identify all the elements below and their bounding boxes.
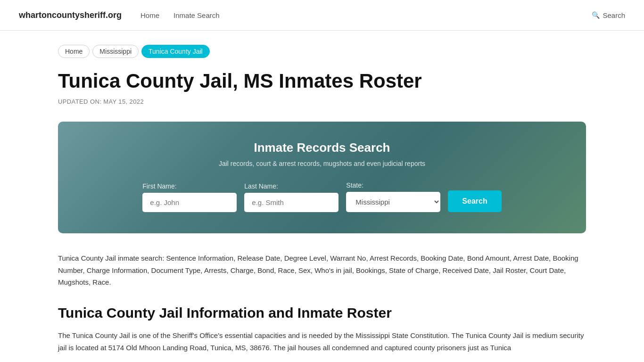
page-title: Tunica County Jail, MS Inmates Roster [58, 70, 586, 92]
breadcrumb-home[interactable]: Home [58, 45, 90, 58]
body-text: The Tunica County Jail is one of the She… [58, 329, 586, 354]
breadcrumb-tunica[interactable]: Tunica County Jail [141, 45, 210, 58]
first-name-input[interactable] [142, 193, 237, 212]
search-icon: 🔍 [592, 11, 600, 19]
last-name-group: Last Name: [244, 182, 339, 212]
search-section-subtitle: Jail records, court & arrest records, mu… [82, 160, 562, 167]
header-search[interactable]: 🔍 Search [592, 11, 625, 19]
last-name-input[interactable] [244, 193, 339, 212]
state-select[interactable]: Mississippi Alabama Arkansas Louisiana T… [346, 192, 440, 212]
search-form: First Name: Last Name: State: Mississipp… [82, 181, 562, 212]
updated-date: UPDATED ON: MAY 15, 2022 [58, 98, 586, 105]
last-name-label: Last Name: [244, 182, 278, 190]
breadcrumb: Home Mississippi Tunica County Jail [58, 45, 586, 58]
first-name-label: First Name: [142, 182, 176, 190]
section-heading: Tunica County Jail Information and Inmat… [58, 305, 586, 321]
updated-prefix: UPDATED ON: [58, 98, 103, 105]
description-text: Tunica County Jail inmate search: Senten… [58, 252, 586, 288]
breadcrumb-mississippi[interactable]: Mississippi [92, 45, 139, 58]
search-button[interactable]: Search [448, 190, 501, 212]
main-content: Home Mississippi Tunica County Jail Tuni… [39, 31, 605, 362]
inmate-search-section: Inmate Records Search Jail records, cour… [58, 122, 586, 233]
first-name-group: First Name: [142, 182, 237, 212]
state-group: State: Mississippi Alabama Arkansas Loui… [346, 181, 440, 212]
header-search-label: Search [603, 11, 625, 19]
updated-date-value: MAY 15, 2022 [103, 98, 144, 105]
header: whartoncountysheriff.org Home Inmate Sea… [0, 0, 644, 31]
search-section-title: Inmate Records Search [82, 140, 562, 155]
site-title[interactable]: whartoncountysheriff.org [19, 10, 122, 20]
state-label: State: [346, 181, 363, 189]
nav-inmate-search[interactable]: Inmate Search [173, 11, 220, 19]
nav: Home Inmate Search [140, 11, 592, 19]
nav-home[interactable]: Home [140, 11, 159, 19]
